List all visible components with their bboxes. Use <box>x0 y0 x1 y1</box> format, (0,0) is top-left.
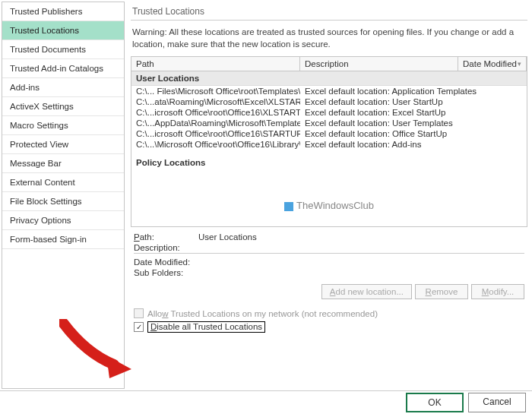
table-row[interactable]: C:\...icrosoft Office\root\Office16\XLST… <box>131 107 527 118</box>
category-sidebar: Trusted Publishers Trusted Locations Tru… <box>2 2 125 389</box>
sidebar-item-privacy-options[interactable]: Privacy Options <box>2 211 124 230</box>
table-row[interactable]: C:\...icrosoft Office\root\Office16\STAR… <box>131 128 527 139</box>
row-desc: Excel default location: Application Temp… <box>300 86 527 96</box>
sidebar-item-file-block-settings[interactable]: File Block Settings <box>2 192 124 211</box>
cancel-button[interactable]: Cancel <box>468 393 526 412</box>
panel-title: Trusted Locations <box>131 0 527 21</box>
watermark: TheWindowsClub <box>131 169 527 226</box>
warning-text: Warning: All these locations are treated… <box>131 21 527 56</box>
ok-button[interactable]: OK <box>406 393 464 412</box>
col-description[interactable]: Description <box>300 57 458 71</box>
detail-desc-label: Description: <box>134 243 198 252</box>
modify-button[interactable]: Modify... <box>471 284 524 299</box>
row-path: C:\...icrosoft Office\root\Office16\STAR… <box>131 128 300 139</box>
section-policy-locations: Policy Locations <box>131 156 527 169</box>
col-date-modified[interactable]: Date Modified ▾ <box>458 57 527 71</box>
row-desc: Excel default location: Add-ins <box>300 139 527 150</box>
allow-network-label: Allow Trusted Locations on my network (n… <box>147 309 378 318</box>
table-row[interactable]: C:\...ata\Roaming\Microsoft\Excel\XLSTAR… <box>131 96 527 107</box>
main-panel: Trusted Locations Warning: All these loc… <box>125 0 532 390</box>
table-row[interactable]: C:\...AppData\Roaming\Microsoft\Template… <box>131 118 527 128</box>
sidebar-item-trusted-publishers[interactable]: Trusted Publishers <box>2 2 124 21</box>
sidebar-item-message-bar[interactable]: Message Bar <box>2 154 124 173</box>
row-path: C:\...ata\Roaming\Microsoft\Excel\XLSTAR… <box>131 96 300 107</box>
row-path: C:\...icrosoft Office\root\Office16\XLST… <box>131 107 300 118</box>
detail-date-label: Date Modified: <box>134 257 198 267</box>
allow-network-checkbox[interactable] <box>134 308 144 318</box>
row-desc: Excel default location: Office StartUp <box>300 128 527 139</box>
sidebar-item-external-content[interactable]: External Content <box>2 173 124 192</box>
detail-subfolders-label: Sub Folders: <box>134 268 198 277</box>
table-row[interactable]: C:\...\Microsoft Office\root\Office16\Li… <box>131 139 527 150</box>
location-details: Path: User Locations Description: Date M… <box>131 227 527 278</box>
trust-center-dialog: Trusted Publishers Trusted Locations Tru… <box>0 0 532 391</box>
checkbox-area: Allow Trusted Locations on my network (n… <box>131 302 527 334</box>
section-user-locations: User Locations <box>131 71 527 86</box>
row-desc: Excel default location: Excel StartUp <box>300 107 527 118</box>
row-desc: Excel default location: User StartUp <box>300 96 527 107</box>
watermark-text: TheWindowsClub <box>296 200 374 211</box>
sidebar-item-protected-view[interactable]: Protected View <box>2 135 124 154</box>
sidebar-item-macro-settings[interactable]: Macro Settings <box>2 116 124 135</box>
remove-button[interactable]: Remove <box>415 284 468 299</box>
sidebar-item-trusted-addin-catalogs[interactable]: Trusted Add-in Catalogs <box>2 59 124 78</box>
detail-path-value: User Locations <box>198 232 257 242</box>
sidebar-item-trusted-documents[interactable]: Trusted Documents <box>2 40 124 59</box>
table-row[interactable]: C:\... Files\Microsoft Office\root\Templ… <box>131 86 527 96</box>
logo-icon <box>284 202 293 211</box>
col-date-label: Date Modified <box>463 59 517 68</box>
sidebar-item-form-based-sign-in[interactable]: Form-based Sign-in <box>2 230 124 249</box>
locations-table[interactable]: Path Description Date Modified ▾ User Lo… <box>131 56 527 227</box>
row-path: C:\... Files\Microsoft Office\root\Templ… <box>131 86 300 96</box>
disable-all-label: Disable all Trusted Locations <box>147 321 265 333</box>
detail-path-label: Path: <box>134 232 198 242</box>
dialog-buttons: OK Cancel <box>406 393 526 412</box>
disable-all-checkbox[interactable]: ✓ <box>134 322 144 332</box>
row-path: C:\...AppData\Roaming\Microsoft\Template… <box>131 118 300 128</box>
add-new-location-button[interactable]: Add new location... <box>321 284 412 299</box>
action-buttons: Add new location... Remove Modify... <box>131 278 527 302</box>
row-path: C:\...\Microsoft Office\root\Office16\Li… <box>131 139 300 150</box>
chevron-down-icon: ▾ <box>518 60 521 68</box>
sidebar-item-trusted-locations[interactable]: Trusted Locations <box>2 21 124 40</box>
table-header: Path Description Date Modified ▾ <box>131 57 527 71</box>
col-path[interactable]: Path <box>131 57 300 71</box>
row-desc: Excel default location: User Templates <box>300 118 527 128</box>
sidebar-item-add-ins[interactable]: Add-ins <box>2 78 124 97</box>
sidebar-item-activex-settings[interactable]: ActiveX Settings <box>2 97 124 116</box>
